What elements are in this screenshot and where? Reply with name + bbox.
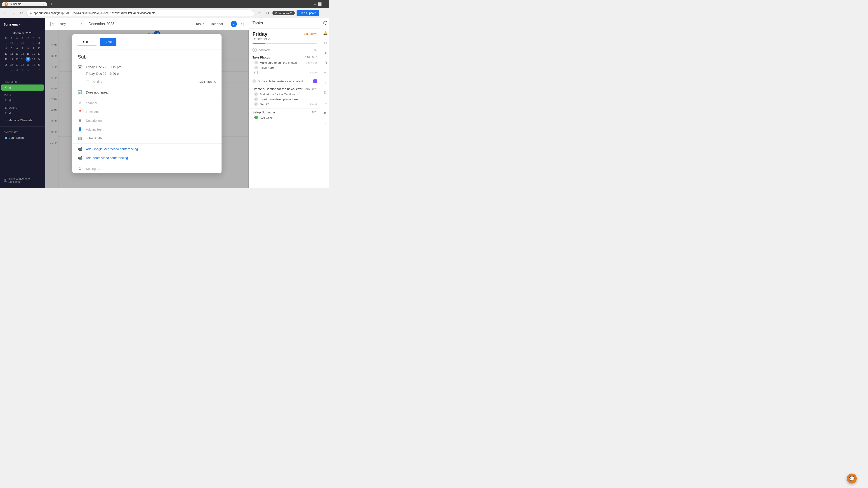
manage-channels-button[interactable]: + Manage Channels	[1, 117, 44, 123]
mini-cal-day[interactable]: 13	[15, 51, 20, 56]
mini-cal-day[interactable]: 1	[4, 68, 8, 72]
edit-icon[interactable]: ✏	[322, 70, 329, 76]
mini-cal-day[interactable]: 15	[26, 51, 31, 56]
mini-cal-day[interactable]: 3	[37, 40, 41, 45]
mini-cal-day[interactable]: 14	[20, 51, 25, 56]
mini-cal-day[interactable]: 9	[31, 46, 36, 51]
mini-cal-day[interactable]: 17	[37, 51, 41, 56]
event-end-time[interactable]: 9:20 pm	[110, 72, 121, 75]
subtask-check[interactable]	[254, 71, 258, 74]
mail-icon[interactable]: ✉	[322, 40, 329, 46]
zoom-link[interactable]: Add Zoom video conferencing	[86, 156, 128, 160]
finish-update-button[interactable]: Finish update	[297, 10, 319, 16]
mini-cal-day[interactable]: 6	[15, 46, 20, 51]
green-check[interactable]: ✓	[254, 116, 258, 119]
subtask-check[interactable]	[254, 66, 258, 69]
address-bar[interactable]: 🔒 app.sunsama.com/group/1703182764469638…	[26, 10, 254, 16]
subtask-check[interactable]	[254, 102, 258, 106]
description-placeholder[interactable]: Description...	[86, 119, 104, 123]
mini-cal-day[interactable]: 20	[15, 57, 20, 62]
mini-cal-day[interactable]: 31	[37, 62, 41, 67]
timezone-label[interactable]: GMT +08:00	[198, 80, 216, 84]
close-button[interactable]: ×	[323, 2, 326, 6]
repeat-label[interactable]: Does not repeat	[86, 91, 108, 94]
all-day-checkbox[interactable]	[86, 80, 89, 84]
download-icon[interactable]: ↓	[322, 119, 329, 126]
modal-overlay[interactable]: Discard Save 📅 Friday, Dec 22 9:15 pm	[45, 30, 249, 188]
vlog-check[interactable]	[252, 79, 256, 83]
tab-calendar[interactable]: Calendar	[210, 21, 223, 27]
mini-cal-day[interactable]: 28	[9, 40, 14, 45]
mini-cal-day[interactable]: 8	[26, 46, 31, 51]
mini-cal-day[interactable]: 26	[9, 62, 14, 67]
mini-cal-day[interactable]: 21	[20, 57, 25, 62]
channel-placeholder[interactable]: channel	[86, 101, 97, 105]
table-icon[interactable]: ⊞	[322, 79, 329, 86]
sidebar-item-personal-all[interactable]: # all	[1, 110, 44, 116]
video-side-icon[interactable]: ▶	[322, 109, 329, 116]
refresh-button[interactable]: ↻	[18, 10, 24, 16]
nodes-icon[interactable]: ⬡	[322, 60, 329, 66]
event-title-input[interactable]	[72, 50, 221, 63]
mini-cal-day[interactable]: 7	[37, 68, 41, 72]
mini-cal-day[interactable]: 7	[20, 46, 25, 51]
tab-close-button[interactable]: ×	[42, 2, 44, 6]
mini-cal-day[interactable]: 23	[31, 57, 36, 62]
layers-icon[interactable]: ⧉	[322, 90, 329, 96]
bell-icon[interactable]: 🔔	[322, 30, 329, 36]
expand-panel-button[interactable]: ▷|	[239, 21, 245, 27]
mini-cal-day[interactable]: 1	[26, 40, 31, 45]
mini-cal-day-today[interactable]: 22	[26, 57, 31, 62]
chat-icon[interactable]: 💬	[322, 20, 329, 26]
star-icon[interactable]: ★	[322, 50, 329, 56]
github-icon[interactable]: ⌥	[322, 99, 329, 106]
mini-cal-day[interactable]: 2	[31, 40, 36, 45]
subtask-check[interactable]	[254, 92, 258, 96]
mini-cal-day[interactable]: 6	[31, 68, 36, 72]
sidebar-item-calendar-user[interactable]: John Smith	[1, 135, 44, 141]
mini-cal-day[interactable]: 27	[4, 40, 8, 45]
add-task-row[interactable]: + Add task 1:00	[249, 46, 321, 54]
mini-cal-day[interactable]: 19	[9, 57, 14, 62]
mini-cal-day[interactable]: 12	[9, 51, 14, 56]
subtask-check[interactable]	[254, 61, 258, 64]
sidebar-item-all-channels[interactable]: # all	[1, 85, 44, 91]
prev-month-button[interactable]: ‹	[4, 32, 4, 35]
mini-cal-day[interactable]: 28	[20, 62, 25, 67]
mini-cal-day[interactable]: 24	[37, 57, 41, 62]
invitee-placeholder[interactable]: Add invitee...	[86, 128, 104, 131]
event-start-date[interactable]: Friday, Dec 22	[86, 65, 106, 69]
extensions-button[interactable]: ⋮	[321, 10, 327, 16]
mini-cal-day[interactable]: 25	[4, 62, 8, 67]
minimize-button[interactable]: –	[314, 2, 316, 6]
location-placeholder[interactable]: Location...	[86, 110, 101, 113]
back-button[interactable]: ‹	[2, 10, 8, 16]
maximize-button[interactable]: ⬜	[318, 2, 322, 6]
sidebar-item-work-all[interactable]: # all	[1, 97, 44, 103]
event-start-time[interactable]: 9:15 pm	[110, 65, 121, 69]
tab-tasks[interactable]: Tasks	[195, 21, 204, 27]
event-end-date[interactable]: Friday, Dec 22	[86, 72, 106, 75]
mini-cal-day[interactable]: 29	[15, 40, 20, 45]
mini-cal-day[interactable]: 4	[4, 46, 8, 51]
discard-button[interactable]: Discard	[77, 38, 97, 46]
today-button[interactable]: Today	[59, 21, 65, 27]
mini-cal-day[interactable]: 29	[26, 62, 31, 67]
mini-cal-day[interactable]: 16	[31, 51, 36, 56]
settings-label[interactable]: Settings...	[86, 167, 100, 170]
invite-footer[interactable]: 👤 Invite someone to Sunsama	[0, 175, 45, 185]
subtask-check[interactable]	[254, 97, 258, 101]
bookmark-button[interactable]: ☆	[256, 10, 262, 16]
mini-cal-day[interactable]: 3	[15, 68, 20, 72]
mini-cal-day[interactable]: 5	[9, 46, 14, 51]
collapse-sidebar-button[interactable]: |◁	[49, 21, 55, 27]
mini-cal-day[interactable]: 10	[37, 46, 41, 51]
prev-day-button[interactable]: ‹	[69, 21, 75, 27]
next-day-button[interactable]: ›	[79, 21, 85, 27]
google-meet-link[interactable]: Add Google Meet video conferencing	[86, 147, 138, 151]
mini-cal-day[interactable]: 18	[4, 57, 8, 62]
mini-cal-day[interactable]: 4	[20, 68, 25, 72]
save-button[interactable]: Save	[100, 38, 116, 46]
mini-cal-day[interactable]: 30	[20, 40, 25, 45]
active-tab[interactable]: S Sunsama ×	[2, 2, 47, 6]
